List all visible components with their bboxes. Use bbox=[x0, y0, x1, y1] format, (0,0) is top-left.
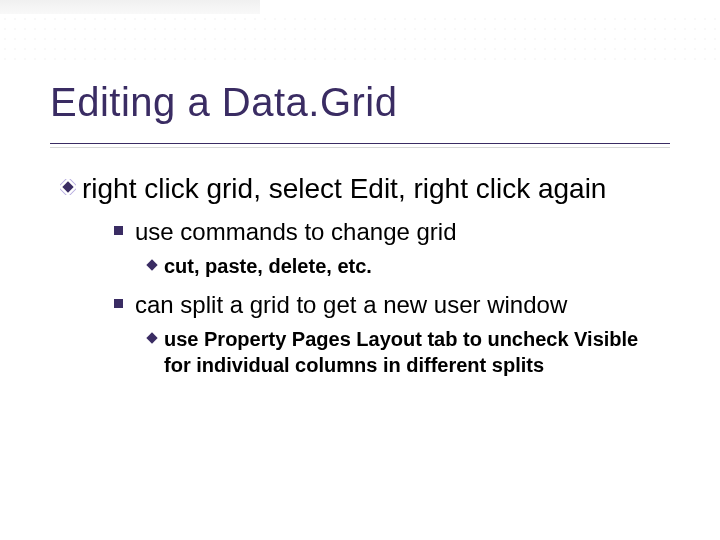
bullet-text: use commands to change grid bbox=[135, 216, 457, 247]
square-bullet-icon bbox=[114, 299, 123, 308]
title-divider bbox=[50, 143, 670, 151]
svg-rect-0 bbox=[62, 181, 73, 192]
list-item: can split a grid to get a new user windo… bbox=[114, 289, 670, 320]
bullet-list-level-2: use commands to change grid cut, paste, … bbox=[114, 216, 670, 378]
bullet-list-level-1: right click grid, select Edit, right cli… bbox=[60, 171, 670, 378]
bullet-list-level-3: cut, paste, delete, etc. bbox=[148, 253, 670, 279]
dot-grid-decoration bbox=[0, 14, 720, 64]
bullet-text: can split a grid to get a new user windo… bbox=[135, 289, 567, 320]
bullet-text: cut, paste, delete, etc. bbox=[164, 253, 372, 279]
mini-diamond-bullet-icon bbox=[146, 260, 157, 271]
list-item: cut, paste, delete, etc. bbox=[148, 253, 670, 279]
bullet-text: right click grid, select Edit, right cli… bbox=[82, 171, 606, 206]
top-decoration-bar bbox=[0, 0, 260, 14]
slide: Editing a Data.Grid right click grid, se… bbox=[0, 0, 720, 540]
slide-title: Editing a Data.Grid bbox=[50, 80, 670, 125]
bullet-list-level-3: use Property Pages Layout tab to uncheck… bbox=[148, 326, 670, 378]
mini-diamond-bullet-icon bbox=[146, 333, 157, 344]
bullet-text: use Property Pages Layout tab to uncheck… bbox=[164, 326, 644, 378]
square-bullet-icon bbox=[114, 226, 123, 235]
list-item: right click grid, select Edit, right cli… bbox=[60, 171, 670, 206]
list-item: use Property Pages Layout tab to uncheck… bbox=[148, 326, 670, 378]
diamond-bullet-icon bbox=[60, 179, 76, 195]
list-item: use commands to change grid bbox=[114, 216, 670, 247]
